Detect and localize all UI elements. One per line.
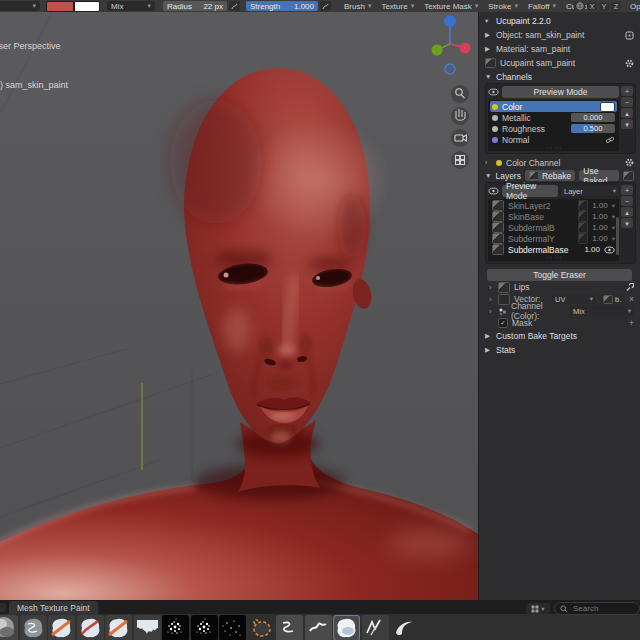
gizmo-x-axis[interactable] xyxy=(460,43,471,54)
chevron-down-icon[interactable]: ▾ xyxy=(612,202,615,210)
rebake-button[interactable]: Rebake xyxy=(525,170,575,181)
gizmo-z-axis[interactable] xyxy=(444,15,456,27)
uv-map-field[interactable]: b'sam_makehu... xyxy=(600,294,625,304)
viewport-canvas[interactable] xyxy=(0,12,478,600)
list-resize-grip[interactable]: ⋯ ⋯ xyxy=(490,255,617,260)
baked-image-icon[interactable] xyxy=(623,171,634,181)
menu-brush[interactable]: Brush▾ xyxy=(339,2,376,11)
chevron-down-icon[interactable]: ▾ xyxy=(612,235,615,243)
brush-thumbnail-4[interactable] xyxy=(77,615,104,640)
toggle-eraser-button[interactable]: Toggle Eraser xyxy=(487,269,632,281)
radius-pressure-button[interactable] xyxy=(229,1,240,11)
remove-layer-button[interactable]: − xyxy=(621,196,633,206)
layer-opacity[interactable]: 1.00 xyxy=(592,234,608,243)
radius-slider[interactable]: Radius 22 px xyxy=(163,1,227,11)
menu-texture-mask[interactable]: Texture Mask▾ xyxy=(419,2,483,11)
menu-texture[interactable]: Texture▾ xyxy=(376,2,419,11)
brush-thumbnail-5[interactable] xyxy=(105,615,132,640)
pan-hand-icon[interactable] xyxy=(451,107,469,125)
eye-icon[interactable] xyxy=(488,187,499,195)
metallic-value-slider[interactable]: 0.000 xyxy=(571,113,615,122)
menu-falloff[interactable]: Falloff▾ xyxy=(523,2,561,11)
roughness-value-slider[interactable]: 0.500 xyxy=(571,124,615,133)
primary-color-swatch[interactable] xyxy=(46,1,74,12)
eye-icon[interactable] xyxy=(604,246,615,254)
gizmo-y-axis[interactable] xyxy=(432,45,443,56)
brush-thumbnail-9[interactable] xyxy=(219,615,246,640)
material-row[interactable]: ▶ Material: sam_paint xyxy=(479,42,640,56)
gear-icon[interactable] xyxy=(625,59,634,68)
globe-icon[interactable] xyxy=(574,2,585,11)
chevron-down-icon[interactable]: ▾ xyxy=(612,213,615,221)
layer-row[interactable]: SkinBase 1.00 ▾ xyxy=(490,211,617,222)
move-down-button[interactable]: ▾ xyxy=(621,218,633,228)
ucupaint-panel-header[interactable]: ▾ Ucupaint 2.2.0 xyxy=(479,14,640,28)
brush-thumbnail-1[interactable] xyxy=(0,615,18,640)
tab-mesh-texture-paint[interactable]: Mesh Texture Paint xyxy=(9,601,98,614)
channel-row-metallic[interactable]: Metallic 0.000 xyxy=(490,112,617,123)
layer-mode-dropdown[interactable]: Layer ▾ xyxy=(561,186,619,196)
layer-row[interactable]: SubdermalY 1.00 ▾ xyxy=(490,233,617,244)
close-icon[interactable]: × xyxy=(629,294,634,304)
strength-pressure-button[interactable] xyxy=(320,1,331,11)
brush-search-field[interactable] xyxy=(554,602,640,615)
brush-thumbnail-14[interactable] xyxy=(362,615,389,640)
move-up-button[interactable]: ▴ xyxy=(621,207,633,217)
add-mask-button[interactable]: + xyxy=(629,318,634,328)
brush-thumbnail-6[interactable] xyxy=(134,615,161,640)
expand-icon[interactable]: › xyxy=(489,295,494,304)
gizmo-neg-z-axis[interactable] xyxy=(445,64,455,74)
channels-preview-mode-button[interactable]: Preview Mode xyxy=(502,86,619,98)
active-layer-name-row[interactable]: › Lips xyxy=(479,281,640,293)
perspective-toggle-icon[interactable] xyxy=(451,151,469,169)
brush-thumbnail-2[interactable] xyxy=(20,615,47,640)
add-layer-button[interactable]: + xyxy=(621,185,633,195)
wrench-icon[interactable] xyxy=(625,283,634,292)
clipped-falloff-dropdown[interactable]: ft ▾ xyxy=(0,1,40,11)
brush-thumbnail-13[interactable] xyxy=(333,615,360,640)
move-up-button[interactable]: ▴ xyxy=(621,108,633,118)
move-down-button[interactable]: ▾ xyxy=(621,119,633,129)
mirror-x-button[interactable]: X xyxy=(587,2,597,11)
channels-panel-header[interactable]: ▼ Channels xyxy=(479,70,640,83)
layer-opacity[interactable]: 1.00 xyxy=(592,201,608,210)
color-channel-row[interactable]: › Color Channel xyxy=(479,156,640,169)
menu-stroke[interactable]: Stroke▾ xyxy=(483,2,523,11)
list-resize-grip[interactable]: ⋯ ⋯ xyxy=(490,145,617,150)
mirror-y-button[interactable]: Y xyxy=(599,2,609,11)
expand-icon[interactable]: › xyxy=(489,307,494,316)
layers-scrollbar[interactable] xyxy=(616,217,619,255)
eye-icon[interactable] xyxy=(488,88,499,96)
mirror-z-button[interactable]: Z xyxy=(611,2,621,11)
remove-channel-button[interactable]: − xyxy=(621,97,633,107)
custom-bake-targets-header[interactable]: ▶ Custom Bake Targets xyxy=(479,329,640,343)
search-input[interactable] xyxy=(571,603,625,614)
channel-row-color[interactable]: Color xyxy=(490,101,617,112)
chevron-down-icon[interactable]: ▾ xyxy=(612,224,615,232)
brush-thumbnail-3[interactable] xyxy=(48,615,75,640)
strength-slider[interactable]: Strength 1.000 xyxy=(246,1,318,11)
use-baked-button[interactable]: Use Baked xyxy=(579,170,619,181)
brush-thumbnail-12[interactable] xyxy=(305,615,332,640)
orientation-gizmo[interactable] xyxy=(432,15,471,74)
options-menu[interactable]: Options xyxy=(625,2,640,11)
secondary-color-swatch[interactable] xyxy=(74,1,100,12)
ucupaint-node-row[interactable]: Ucupaint sam_paint xyxy=(479,56,640,70)
gear-icon[interactable] xyxy=(625,158,634,167)
zoom-tool-icon[interactable] xyxy=(451,85,469,103)
layer-opacity[interactable]: 1.00 xyxy=(592,223,608,232)
mask-checkbox[interactable]: ✓ xyxy=(498,318,508,328)
brush-thumbnail-10[interactable] xyxy=(248,615,275,640)
blend-dropdown[interactable]: Mix ▾ xyxy=(570,306,634,316)
brush-thumbnail-15[interactable] xyxy=(390,615,417,640)
object-row[interactable]: ▶ Object: sam_skin_paint xyxy=(479,28,640,42)
layer-row[interactable]: SkinLayer2 1.00 ▾ xyxy=(490,200,617,211)
brush-thumbnail-11[interactable] xyxy=(276,615,303,640)
display-mode-button[interactable]: ▾ xyxy=(526,603,550,614)
layer-opacity[interactable]: 1.00 xyxy=(592,212,608,221)
layers-preview-mode-button[interactable]: Preview Mode xyxy=(502,185,558,197)
camera-view-icon[interactable] xyxy=(451,129,469,147)
channel-row-roughness[interactable]: Roughness 0.500 xyxy=(490,123,617,134)
color-value-swatch[interactable] xyxy=(600,102,615,112)
add-channel-button[interactable]: + xyxy=(621,86,633,96)
